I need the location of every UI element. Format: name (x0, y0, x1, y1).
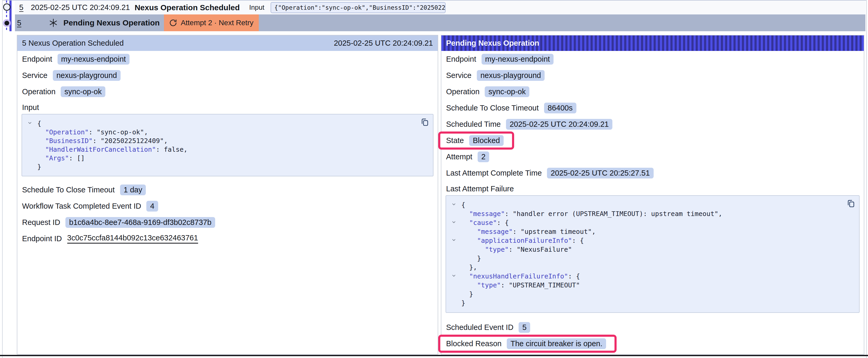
field-label: State (446, 136, 464, 145)
json-line: "type": "NexusFailure" (451, 245, 854, 254)
panel-timestamp: 2025-02-25 UTC 20:24:09.21 (334, 39, 433, 47)
highlight-box: StateBlocked (438, 131, 514, 150)
json-line: "Args": [] (27, 154, 428, 162)
field-value-chip: 2 (477, 152, 489, 162)
panel-header-pending: Pending Nexus Operation (441, 35, 864, 51)
field-schedule-to-close-timeout: Schedule To Close Timeout1 day (17, 182, 438, 198)
field-operation: Operationsync-op-ok (17, 84, 438, 100)
pending-nexus-operation-panel: Pending Nexus Operation Endpointmy-nexus… (441, 35, 864, 355)
input-section-label: Input (17, 101, 438, 113)
panel-header-scheduled: 5 Nexus Operation Scheduled 2025-02-25 U… (17, 35, 438, 51)
field-label: Operation (22, 88, 56, 96)
json-line: "Operation": "sync-op-ok", (27, 128, 428, 136)
retry-icon (169, 19, 177, 27)
event-id-link[interactable]: 5 (17, 19, 21, 27)
json-line: } (451, 254, 854, 263)
field-blocked-reason: Blocked ReasonThe circuit breaker is ope… (441, 335, 864, 352)
field-value-chip: 4 (146, 201, 158, 211)
field-value-chip: my-nexus-endpoint (482, 54, 554, 65)
field-label: Service (446, 71, 471, 80)
field-label: Workflow Task Completed Event ID (22, 202, 141, 210)
field-endpoint: Endpointmy-nexus-endpoint (441, 51, 864, 67)
json-line: "type": "UPSTREAM_TIMEOUT" (451, 281, 854, 290)
attempt-retry-badge: Attempt 2 · Next Retry (164, 14, 259, 31)
json-line: "applicationFailureInfo": { (451, 236, 854, 245)
event-row-pending-nexus-operation[interactable]: 5 Pending Nexus Operation Attempt 2 · Ne… (15, 14, 865, 31)
input-json-viewer: {"Operation": "sync-op-ok","BusinessID":… (22, 114, 433, 176)
field-attempt: Attempt2 (441, 149, 864, 165)
field-value-chip: nexus-playground (477, 70, 545, 81)
chevron-down-icon[interactable] (451, 273, 456, 278)
json-line: } (451, 299, 854, 307)
field-scheduled-time: Scheduled Time2025-02-25 UTC 20:24:09.21 (441, 116, 864, 132)
field-value-chip: sync-op-ok (61, 86, 105, 97)
chevron-down-icon[interactable] (27, 121, 32, 126)
field-service: Servicenexus-playground (441, 67, 864, 84)
timeline-filled-circle-icon (3, 19, 11, 27)
field-value-chip: sync-op-ok (485, 86, 529, 97)
field-label: Attempt (446, 153, 472, 161)
field-label: Schedule To Close Timeout (446, 104, 539, 112)
field-label: Last Attempt Complete Time (446, 169, 542, 177)
field-value-chip: 1 day (120, 185, 146, 195)
field-value-link[interactable]: 3c0c75ccfa8144b092c13ce632463761 (67, 234, 198, 243)
right-border (866, 0, 867, 358)
chevron-down-icon[interactable] (451, 220, 456, 225)
field-value-chip: b1c6a4bc-8ee7-468a-9169-df3b02c8737b (65, 217, 215, 228)
timeline-connector (6, 28, 7, 31)
panel-title: Pending Nexus Operation (446, 39, 539, 47)
field-value-chip: The circuit breaker is open. (507, 338, 606, 349)
field-label: Operation (446, 88, 479, 96)
field-value-chip: my-nexus-endpoint (58, 54, 130, 65)
field-label: Service (22, 71, 48, 80)
json-line: } (27, 162, 428, 171)
field-schedule-to-close-timeout: Schedule To Close Timeout86400s (441, 100, 864, 116)
field-value-chip: 5 (519, 322, 530, 333)
field-label: Blocked Reason (446, 339, 501, 348)
field-request-id: Request IDb1c6a4bc-8ee7-468a-9169-df3b02… (17, 214, 438, 230)
field-label: Endpoint (22, 55, 52, 64)
highlight-box: Blocked ReasonThe circuit breaker is ope… (438, 335, 617, 353)
pending-asterisk-icon (49, 18, 58, 28)
json-line: { (451, 200, 854, 209)
failure-json-viewer: {"message": "handler error (UPSTREAM_TIM… (445, 195, 860, 313)
field-value-chip: 2025-02-25 UTC 20:25:27.51 (547, 168, 653, 178)
field-label: Scheduled Event ID (446, 323, 513, 332)
field-endpoint: Endpointmy-nexus-endpoint (17, 51, 438, 67)
chevron-down-icon[interactable] (451, 237, 456, 242)
event-timestamp: 2025-02-25 UTC 20:24:09.21 (31, 3, 130, 12)
field-label: Schedule To Close Timeout (22, 186, 115, 194)
json-line: "nexusHandlerFailureInfo": { (451, 272, 854, 281)
field-label: Endpoint (446, 55, 476, 64)
json-line: }, (451, 263, 854, 272)
event-id-link[interactable]: 5 (19, 3, 23, 12)
panel-title: 5 Nexus Operation Scheduled (22, 39, 124, 47)
field-value-chip: 86400s (544, 103, 577, 113)
field-value-chip: nexus-playground (53, 70, 121, 81)
last-attempt-failure-label: Last Attempt Failure (441, 183, 864, 195)
field-service: Servicenexus-playground (17, 67, 438, 84)
field-label: Endpoint ID (22, 234, 62, 243)
timeline-connector (6, 11, 7, 19)
timeline-open-circle-icon (3, 3, 10, 11)
input-preview-chip: {"Operation":"sync-op-ok","BusinessID":"… (271, 2, 445, 13)
json-line: "message": "handler error (UPSTREAM_TIME… (451, 209, 854, 218)
field-workflow-task-completed-event-id: Workflow Task Completed Event ID4 (17, 198, 438, 214)
json-line: { (27, 119, 428, 128)
event-title: Nexus Operation Scheduled (134, 3, 240, 12)
field-value-chip: 2025-02-25 UTC 20:24:09.21 (506, 119, 612, 130)
workflow-event-history-screen: 5 2025-02-25 UTC 20:24:09.21 Nexus Opera… (0, 0, 868, 358)
history-bottom-divider (0, 355, 868, 356)
event-row-nexus-operation-scheduled[interactable]: 5 2025-02-25 UTC 20:24:09.21 Nexus Opera… (15, 1, 865, 14)
field-scheduled-event-id: Scheduled Event ID5 (441, 319, 864, 335)
field-last-attempt-complete-time: Last Attempt Complete Time2025-02-25 UTC… (441, 165, 864, 181)
chevron-down-icon[interactable] (451, 202, 456, 207)
input-label: Input (249, 3, 265, 11)
json-line: "BusinessID": "20250225122409", (27, 136, 428, 145)
field-state: StateBlocked (441, 132, 864, 149)
field-value-chip: Blocked (469, 135, 504, 146)
field-label: Scheduled Time (446, 120, 501, 129)
timeline-connector (6, 1, 7, 3)
field-endpoint-id: Endpoint ID3c0c75ccfa8144b092c13ce632463… (17, 230, 438, 247)
json-line: "message": "upstream timeout", (451, 227, 854, 236)
